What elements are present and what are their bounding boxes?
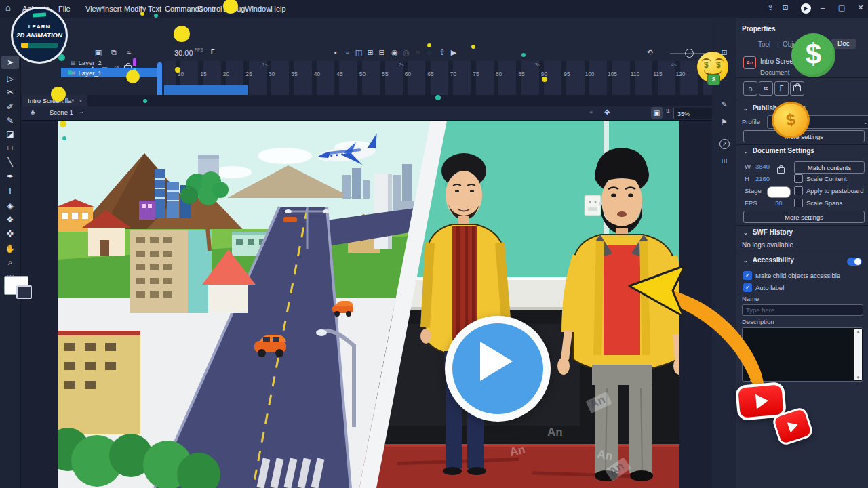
stroke-color-swatch[interactable]: [16, 285, 32, 299]
scene-clapper-icon[interactable]: ♣: [31, 108, 35, 116]
menu-file[interactable]: File: [58, 5, 71, 13]
menu-text[interactable]: Text: [148, 5, 161, 13]
insert-frame-icon[interactable]: ◫: [353, 48, 364, 57]
tab-doc[interactable]: Doc: [831, 39, 856, 49]
doc-more-settings-button[interactable]: More settings: [743, 211, 865, 223]
height-value[interactable]: 2160: [755, 175, 770, 182]
maximize-button[interactable]: ▢: [836, 3, 847, 12]
name-input[interactable]: [742, 304, 863, 316]
insert-blank-keyframe-icon[interactable]: ▫: [342, 48, 353, 56]
frame-number: 80: [492, 70, 506, 77]
onion-range-icon[interactable]: ◌: [424, 48, 435, 56]
minimize-button[interactable]: –: [817, 3, 828, 12]
menu-window[interactable]: Window: [245, 5, 271, 13]
camera-icon[interactable]: ▣: [93, 48, 104, 57]
hand-tool[interactable]: ✋: [1, 242, 19, 256]
loop-icon[interactable]: ⟲: [644, 48, 655, 57]
width-value[interactable]: 3840: [755, 163, 770, 170]
video-play-button[interactable]: [445, 316, 551, 422]
close-tab-icon[interactable]: ×: [79, 98, 82, 104]
auto-keyframe-icon[interactable]: ⊞: [365, 48, 376, 57]
document-settings-header[interactable]: ⌄Document Settings: [743, 147, 814, 155]
fps-value[interactable]: 30: [775, 199, 783, 207]
rotate-stage-icon[interactable]: ✥: [604, 108, 610, 116]
menu-commands[interactable]: Commands: [165, 5, 203, 13]
snap-corner-icon[interactable]: Γ: [774, 81, 789, 96]
menu-control[interactable]: Control: [198, 5, 222, 13]
crosshair-icon[interactable]: ⌖: [589, 108, 593, 117]
edit-multiple-frames-icon[interactable]: ○: [412, 48, 423, 56]
timeline-fps-value[interactable]: 30.00: [174, 49, 193, 57]
rectangle-tool[interactable]: □: [1, 141, 19, 155]
selection-tool[interactable]: ➤: [1, 56, 19, 69]
scale-spans-checkbox[interactable]: Scale Spans: [794, 199, 842, 207]
text-tool[interactable]: T: [1, 184, 19, 198]
link-dimensions-icon[interactable]: [777, 164, 785, 176]
paint-bucket-tool[interactable]: ◈: [1, 199, 19, 213]
eraser-tool[interactable]: ◪: [1, 127, 19, 141]
center-stage-button[interactable]: ▣: [651, 107, 663, 119]
onion-skin-icon[interactable]: ◉: [389, 48, 400, 57]
classic-brush-tool[interactable]: ✎: [1, 114, 19, 127]
accessibility-header[interactable]: ⌄Accessibility: [743, 256, 794, 264]
confetti-dot: [471, 45, 475, 49]
scene-chevron-icon[interactable]: ⌄: [79, 108, 84, 115]
insert-keyframe-icon[interactable]: ▪: [330, 48, 341, 56]
fluid-brush-tool[interactable]: ✐: [1, 100, 19, 114]
menu-help[interactable]: Help: [271, 5, 286, 13]
align-flag-icon[interactable]: ⚑: [717, 118, 731, 127]
close-button[interactable]: ✕: [855, 3, 866, 12]
frame-number: 105: [606, 70, 619, 77]
export-frame-icon[interactable]: ⇧: [437, 48, 448, 57]
frame-number: 85: [515, 70, 528, 77]
snap-ts-icon[interactable]: ts: [759, 81, 773, 96]
scale-content-checkbox[interactable]: Scale Content: [794, 174, 847, 183]
scene-name[interactable]: Scene 1: [50, 108, 73, 116]
stage-canvas[interactable]: AnAnAnAnAnAn: [58, 121, 679, 488]
confetti-dot: [521, 53, 526, 57]
home-icon[interactable]: ⌂: [5, 3, 11, 13]
asset-warp-tool[interactable]: ✜: [1, 227, 19, 241]
assets-grid-icon[interactable]: ⊞: [717, 157, 731, 165]
layer-parent-icon[interactable]: ⧉: [108, 48, 119, 57]
description-textarea[interactable]: ▲ ▼: [742, 327, 863, 382]
apply-pasteboard-checkbox[interactable]: Apply to pasteboard: [794, 186, 864, 195]
graph-editor-icon[interactable]: ≈: [123, 48, 134, 56]
confetti-dot: [175, 67, 180, 73]
lasso-tool[interactable]: ✂: [1, 85, 19, 99]
eyedropper-tool[interactable]: ❖: [1, 213, 19, 226]
remove-frame-icon[interactable]: ⊟: [376, 48, 387, 57]
zoom-stepper-icon[interactable]: ⇅: [665, 108, 670, 115]
stage-color-swatch[interactable]: [767, 186, 791, 198]
auto-label-checkbox[interactable]: ✓Auto label: [743, 283, 784, 292]
menu-view[interactable]: View*: [85, 5, 104, 13]
lock-icon[interactable]: [790, 81, 804, 96]
snap-magnet-icon[interactable]: ∩: [743, 81, 757, 96]
pip-icon[interactable]: ⊡: [780, 3, 791, 12]
onion-outline-icon[interactable]: ◎: [401, 48, 412, 57]
tab-tool[interactable]: Tool: [758, 41, 770, 48]
make-child-accessible-checkbox[interactable]: ✓Make child objects accessible: [743, 271, 840, 280]
match-contents-button[interactable]: Match contents: [794, 161, 865, 174]
share-icon[interactable]: ⇪: [765, 3, 776, 12]
animate-doc-icon: An: [743, 56, 756, 69]
layer-row-layer_1[interactable]: ▤Layer_1: [61, 68, 159, 77]
pen-tool[interactable]: ✒: [1, 169, 19, 183]
name-label: Name: [742, 295, 759, 302]
subselection-tool[interactable]: ▷: [1, 72, 19, 85]
play-icon[interactable]: ▶: [448, 48, 459, 57]
confetti-dot: [140, 12, 144, 16]
swf-history-header[interactable]: ⌄SWF History: [743, 228, 793, 236]
share-link-icon[interactable]: ➚: [719, 139, 730, 149]
quick-play-icon[interactable]: ▶: [801, 3, 811, 14]
layer-row-layer_2[interactable]: ▤Layer_2: [61, 58, 159, 67]
line-tool[interactable]: ╲: [1, 155, 19, 169]
brush-library-icon[interactable]: ✎: [717, 100, 731, 109]
accessibility-toggle[interactable]: [847, 258, 862, 266]
timeline-zoom-knob[interactable]: [685, 49, 694, 58]
zoom-tool[interactable]: ⌕: [1, 256, 19, 269]
frame-number: 35: [288, 70, 301, 77]
menu-insert[interactable]: Insert: [103, 5, 122, 13]
layer-keyframe-marker[interactable]: [133, 58, 136, 66]
textarea-scrollbar[interactable]: ▲ ▼: [854, 329, 862, 380]
